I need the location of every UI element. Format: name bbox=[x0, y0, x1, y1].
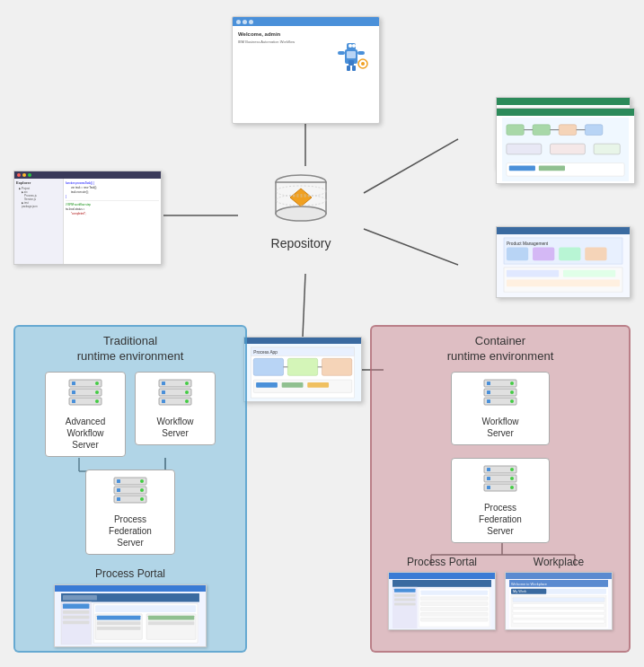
trad-portal-screen bbox=[54, 584, 207, 647]
diagram-2-content bbox=[497, 116, 634, 183]
bpmn-3: Product Management bbox=[498, 236, 628, 295]
svg-rect-26 bbox=[352, 66, 356, 71]
cont-workplace-label: Workplace bbox=[505, 556, 613, 568]
svg-rect-139 bbox=[487, 391, 490, 394]
cont-workflow-server-box: Workflow Server bbox=[451, 372, 550, 445]
robot-illustration bbox=[329, 39, 374, 75]
svg-rect-58 bbox=[550, 144, 585, 154]
traditional-env-title: Traditional runtime environment bbox=[22, 334, 238, 364]
svg-rect-19 bbox=[348, 60, 354, 66]
workplace-content: Welcome to Workplace My Work bbox=[506, 579, 612, 629]
svg-point-28 bbox=[361, 62, 365, 66]
trad-pfs-container: Process Federation Server bbox=[85, 470, 175, 555]
svg-line-4 bbox=[303, 274, 305, 337]
svg-rect-52 bbox=[559, 125, 576, 136]
svg-rect-92 bbox=[72, 382, 75, 385]
process-diagram-bottom: Product Management bbox=[496, 226, 631, 298]
svg-rect-89 bbox=[282, 382, 304, 388]
svg-rect-66 bbox=[533, 248, 554, 261]
svg-rect-25 bbox=[347, 66, 350, 71]
svg-text:Process App: Process App bbox=[253, 350, 278, 355]
ide-titlebar bbox=[14, 171, 161, 179]
cont-pfs-icon bbox=[481, 464, 519, 496]
middle-screen-content: Process App bbox=[244, 344, 361, 401]
cont-portal-screen bbox=[388, 572, 496, 630]
cont-workflow-server-label: Workflow Server bbox=[459, 416, 542, 439]
cont-portal-bar bbox=[389, 573, 495, 579]
svg-rect-95 bbox=[72, 391, 75, 394]
workflow-server-trad-icon bbox=[156, 378, 194, 409]
svg-rect-107 bbox=[162, 399, 165, 403]
advanced-workflow-server-icon bbox=[66, 378, 104, 409]
svg-point-114 bbox=[140, 488, 144, 492]
svg-rect-159 bbox=[394, 602, 416, 605]
svg-point-111 bbox=[140, 479, 144, 483]
svg-rect-116 bbox=[117, 497, 120, 501]
svg-rect-84 bbox=[322, 358, 351, 375]
svg-point-146 bbox=[510, 468, 514, 471]
ide-screen: Explorer ▶ Project ▶ src Process.js Serv… bbox=[13, 171, 162, 265]
svg-rect-68 bbox=[585, 248, 606, 261]
svg-rect-51 bbox=[533, 125, 550, 136]
svg-rect-130 bbox=[97, 615, 140, 619]
svg-rect-136 bbox=[487, 382, 490, 385]
svg-rect-163 bbox=[420, 601, 488, 605]
trad-pfs-icon bbox=[111, 476, 149, 507]
cont-portal-diagram bbox=[390, 580, 494, 628]
ide-max bbox=[28, 173, 31, 177]
trad-pfs-label: Process Federation Server bbox=[93, 513, 167, 549]
svg-rect-156 bbox=[394, 589, 416, 592]
svg-rect-57 bbox=[507, 144, 542, 154]
ide-sidebar: Explorer ▶ Project ▶ src Process.js Serv… bbox=[14, 179, 64, 264]
svg-rect-166 bbox=[420, 618, 488, 621]
svg-rect-142 bbox=[487, 399, 490, 403]
cont-portal-wrapper: Process Portal bbox=[388, 556, 496, 630]
cont-pfs-box: Process Federation Server bbox=[451, 458, 550, 543]
trad-portal-screen-bar bbox=[55, 585, 206, 592]
svg-point-93 bbox=[95, 382, 99, 385]
workflow-server-trad-label: Workflow Server bbox=[143, 416, 207, 439]
svg-rect-53 bbox=[585, 125, 602, 136]
advanced-workflow-server-box: Advanced Workflow Server bbox=[45, 372, 126, 457]
container-env-title: Container runtime environment bbox=[379, 334, 622, 364]
trad-portal-label: Process Portal bbox=[22, 567, 238, 580]
welcome-content: Welcome, admin IBM Business Automation W… bbox=[233, 26, 379, 80]
svg-rect-161 bbox=[420, 591, 488, 595]
svg-point-21 bbox=[348, 44, 352, 48]
svg-point-22 bbox=[352, 44, 356, 48]
cont-portal-content bbox=[389, 579, 495, 629]
svg-point-108 bbox=[185, 399, 189, 403]
svg-rect-164 bbox=[420, 607, 488, 610]
svg-rect-177 bbox=[513, 614, 604, 618]
svg-rect-59 bbox=[594, 144, 620, 154]
svg-point-75 bbox=[276, 206, 326, 221]
svg-rect-70 bbox=[507, 270, 559, 277]
svg-rect-123 bbox=[63, 610, 89, 614]
svg-rect-165 bbox=[420, 612, 488, 616]
ide-close bbox=[17, 173, 21, 177]
svg-rect-71 bbox=[563, 270, 615, 277]
svg-rect-24 bbox=[357, 51, 365, 55]
diagram-bottom-content: Product Management bbox=[497, 234, 630, 297]
svg-rect-157 bbox=[394, 593, 416, 596]
svg-rect-23 bbox=[338, 51, 345, 55]
cont-workplace-screen: Welcome to Workplace My Work bbox=[505, 572, 613, 630]
diagram-2-bar bbox=[497, 109, 634, 116]
advanced-workflow-server-label: Advanced Workflow Server bbox=[53, 416, 118, 451]
svg-text:My Work: My Work bbox=[513, 589, 526, 593]
svg-point-140 bbox=[510, 391, 514, 394]
container-env: Container runtime environment Workflow S… bbox=[370, 325, 631, 653]
ide-layout: Explorer ▶ Project ▶ src Process.js Serv… bbox=[14, 179, 161, 264]
trad-portal-container: Process Portal bbox=[22, 567, 238, 647]
svg-rect-122 bbox=[63, 603, 89, 609]
svg-rect-154 bbox=[393, 580, 491, 587]
trad-pfs-box: Process Federation Server bbox=[85, 470, 175, 555]
cont-pfs-label: Process Federation Server bbox=[459, 502, 542, 537]
svg-rect-155 bbox=[393, 587, 417, 628]
svg-rect-151 bbox=[487, 486, 490, 489]
svg-rect-110 bbox=[117, 479, 120, 483]
svg-rect-101 bbox=[162, 382, 165, 385]
svg-point-137 bbox=[510, 382, 514, 385]
robot-area bbox=[238, 39, 374, 75]
svg-rect-104 bbox=[162, 391, 165, 394]
